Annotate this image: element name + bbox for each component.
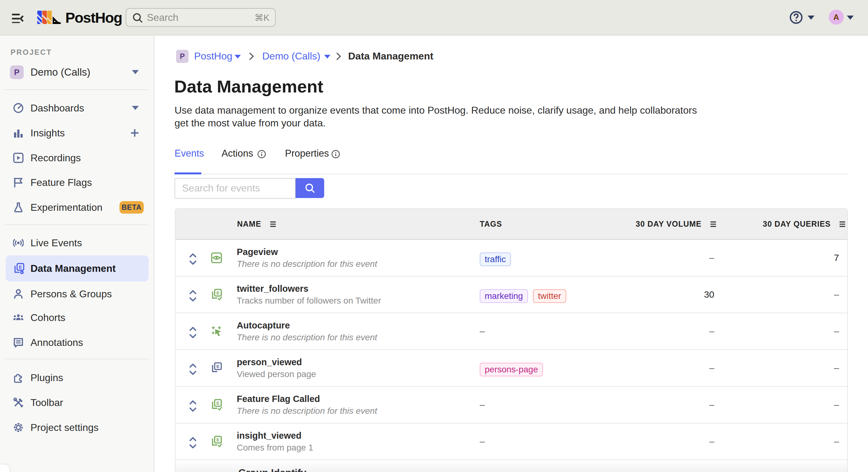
svg-text:E: E xyxy=(217,290,220,295)
svg-text:E: E xyxy=(217,437,220,442)
svg-text:E: E xyxy=(217,401,220,406)
svg-text:E: E xyxy=(217,364,220,369)
svg-text:E: E xyxy=(19,264,22,270)
